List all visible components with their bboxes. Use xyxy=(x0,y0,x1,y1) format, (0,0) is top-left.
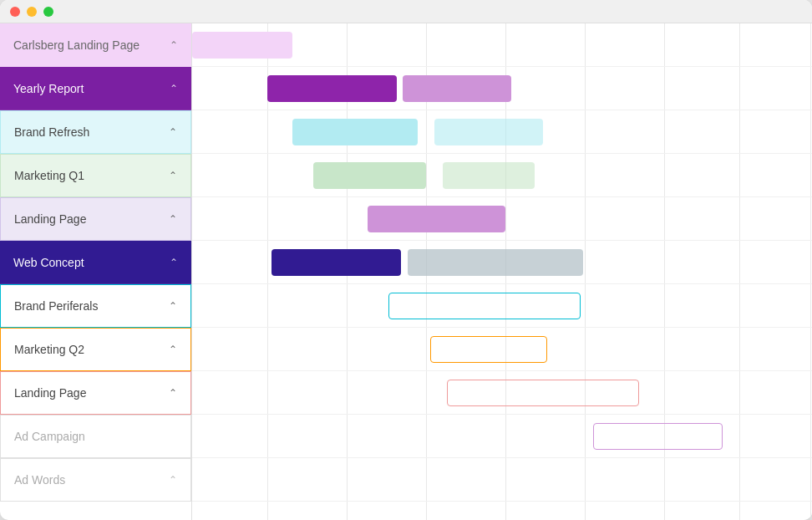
gantt-bar[interactable] xyxy=(443,162,535,189)
main-content: Carlsberg Landing Page ⌃ Yearly Report ⌃… xyxy=(0,23,812,520)
sidebar-item-landing-page2[interactable]: Landing Page ⌃ xyxy=(0,371,191,415)
sidebar-item-label: Ad Words xyxy=(14,473,65,487)
gantt-bar[interactable] xyxy=(272,249,401,276)
gantt-bar[interactable] xyxy=(313,162,426,189)
gantt-bar[interactable] xyxy=(403,75,511,102)
chevron-down-icon: ⌃ xyxy=(169,300,177,312)
sidebar-item-brand-refresh[interactable]: Brand Refresh ⌃ xyxy=(0,110,191,154)
chevron-down-icon: ⌃ xyxy=(170,83,178,94)
gantt-row-landing-page xyxy=(192,197,812,241)
sidebar-item-label: Landing Page xyxy=(14,386,86,400)
gantt-bar[interactable] xyxy=(434,119,543,145)
gantt-bar[interactable] xyxy=(447,380,639,406)
chevron-down-icon: ⌃ xyxy=(169,474,177,486)
sidebar-item-carlsberg[interactable]: Carlsberg Landing Page ⌃ xyxy=(0,23,191,67)
sidebar-item-label: Ad Campaign xyxy=(14,430,85,443)
gantt-bar[interactable] xyxy=(408,249,583,276)
chevron-down-icon: ⌃ xyxy=(170,257,178,268)
sidebar-item-ad-campaign[interactable]: Ad Campaign xyxy=(0,415,191,458)
gantt-row-carlsberg xyxy=(192,23,812,67)
gantt-bar[interactable] xyxy=(192,32,292,59)
gantt-rows xyxy=(192,23,812,520)
sidebar-item-label: Marketing Q1 xyxy=(14,169,84,182)
minimize-button[interactable] xyxy=(27,7,37,17)
gantt-row-marketing-q1 xyxy=(192,154,812,197)
gantt-row-landing-page2 xyxy=(192,371,812,415)
gantt-row-brand-refresh xyxy=(192,110,812,154)
gantt-bar[interactable] xyxy=(292,119,418,145)
gantt-bar[interactable] xyxy=(368,206,505,232)
sidebar-item-brand-periferals[interactable]: Brand Periferals ⌃ xyxy=(0,284,191,328)
sidebar-item-landing-page[interactable]: Landing Page ⌃ xyxy=(0,197,191,241)
gantt-bar[interactable] xyxy=(267,75,397,102)
sidebar-item-marketing-q2[interactable]: Marketing Q2 ⌃ xyxy=(0,328,191,371)
sidebar-item-marketing-q1[interactable]: Marketing Q1 ⌃ xyxy=(0,154,191,197)
gantt-row-ad-campaign xyxy=(192,415,812,458)
chevron-down-icon: ⌃ xyxy=(169,213,177,225)
gantt-bar[interactable] xyxy=(593,423,723,450)
gantt-area xyxy=(192,23,812,520)
gantt-row-marketing-q2 xyxy=(192,328,812,371)
sidebar-item-label: Landing Page xyxy=(14,212,86,226)
gantt-grid xyxy=(192,23,812,520)
chevron-down-icon: ⌃ xyxy=(169,170,177,181)
sidebar-item-label: Marketing Q2 xyxy=(14,343,84,356)
gantt-row-yearly-report xyxy=(192,67,812,110)
sidebar-item-label: Carlsberg Landing Page xyxy=(13,38,140,52)
gantt-row-brand-periferals xyxy=(192,284,812,328)
gantt-bar[interactable] xyxy=(388,293,581,319)
chevron-down-icon: ⌃ xyxy=(169,387,177,399)
sidebar-item-label: Web Concept xyxy=(13,256,84,269)
sidebar-item-label: Brand Periferals xyxy=(14,299,98,313)
sidebar-item-label: Brand Refresh xyxy=(14,125,89,139)
app-window: Carlsberg Landing Page ⌃ Yearly Report ⌃… xyxy=(0,0,812,520)
chevron-down-icon: ⌃ xyxy=(169,344,177,355)
maximize-button[interactable] xyxy=(43,7,53,17)
sidebar-item-label: Yearly Report xyxy=(13,82,84,95)
gantt-row-ad-words xyxy=(192,458,812,502)
close-button[interactable] xyxy=(10,7,20,17)
sidebar: Carlsberg Landing Page ⌃ Yearly Report ⌃… xyxy=(0,23,192,520)
sidebar-item-yearly-report[interactable]: Yearly Report ⌃ xyxy=(0,67,191,110)
gantt-row-web-concept xyxy=(192,241,812,284)
chevron-down-icon: ⌃ xyxy=(170,39,178,51)
chevron-down-icon: ⌃ xyxy=(169,126,177,138)
titlebar xyxy=(0,0,812,23)
sidebar-item-ad-words[interactable]: Ad Words ⌃ xyxy=(0,458,191,502)
sidebar-item-web-concept[interactable]: Web Concept ⌃ xyxy=(0,241,191,284)
gantt-bar[interactable] xyxy=(430,336,547,363)
